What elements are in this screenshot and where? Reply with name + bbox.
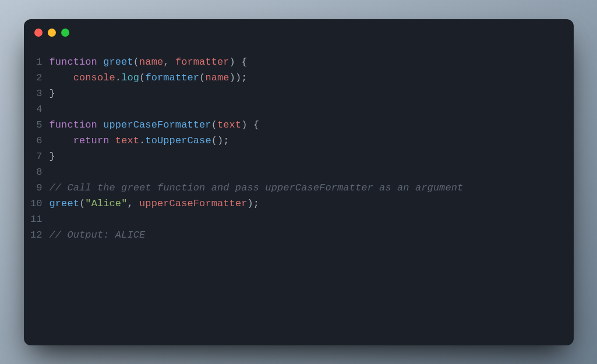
line-number: 9 [30,180,50,196]
code-content: // Output: ALICE [50,227,146,243]
token: formatter [175,54,229,70]
code-line: 4 [30,101,560,117]
token: upperCaseFormatter [103,117,211,133]
token: console [73,70,115,86]
token: (); [211,133,229,149]
code-line: 5function upperCaseFormatter(text) { [30,117,560,133]
code-content: console.log(formatter(name)); [50,70,248,86]
token: toUpperCase [145,133,211,149]
code-line: 1function greet(name, formatter) { [30,54,560,70]
code-line: 2 console.log(formatter(name)); [30,70,560,86]
code-line: 7} [30,149,560,164]
token: } [50,86,55,101]
line-number: 4 [30,101,50,117]
code-line: 8 [30,164,560,180]
token [50,70,73,86]
token: } [50,149,55,164]
token: ( [79,196,85,211]
token: . [139,133,145,149]
token: name [205,70,229,86]
code-line: 6 return text.toUpperCase(); [30,133,560,149]
zoom-icon[interactable] [61,29,69,37]
line-number: 5 [30,117,50,133]
token: formatter [145,70,199,86]
close-icon[interactable] [34,29,43,37]
line-number: 6 [30,133,50,149]
token: text [217,117,241,133]
token: function [50,117,104,133]
token: log [121,70,139,86]
line-number: 2 [30,70,50,86]
token: ( [133,54,139,70]
code-window: 1function greet(name, formatter) {2 cons… [24,19,574,345]
code-content: } [50,86,55,101]
token: return [73,133,115,149]
token: function [50,54,104,70]
line-number: 11 [30,211,50,227]
token: name [139,54,163,70]
token: ( [211,117,217,133]
code-line: 10greet("Alice", upperCaseFormatter); [30,196,560,211]
minimize-icon[interactable] [48,29,56,37]
code-line: 12// Output: ALICE [30,227,560,243]
code-content: greet("Alice", upperCaseFormatter); [50,196,260,211]
token: , [163,54,175,70]
line-number: 10 [30,196,50,211]
token: greet [50,196,80,211]
token: ) { [241,117,259,133]
token: . [115,70,121,86]
token: , [127,196,139,211]
token: "Alice" [85,196,127,211]
token: // Output: ALICE [50,227,146,243]
token: ); [248,196,260,211]
token: )); [229,70,248,86]
line-number: 3 [30,86,50,101]
code-content: function upperCaseFormatter(text) { [50,117,260,133]
code-content: // Call the greet function and pass uppe… [50,180,464,196]
line-number: 8 [30,164,50,180]
code-content: } [50,149,55,164]
line-number: 1 [30,54,50,70]
token: upperCaseFormatter [139,196,247,211]
line-number: 12 [30,227,50,243]
code-line: 9// Call the greet function and pass upp… [30,180,560,196]
window-titlebar [24,19,574,46]
code-line: 11 [30,211,560,227]
code-content: return text.toUpperCase(); [50,133,229,149]
code-line: 3} [30,86,560,101]
token: ( [199,70,205,86]
token: greet [103,54,133,70]
code-editor[interactable]: 1function greet(name, formatter) {2 cons… [24,46,574,243]
token: // Call the greet function and pass uppe… [50,180,464,196]
line-number: 7 [30,149,50,164]
token: ) { [229,54,248,70]
token: text [115,133,139,149]
code-content: function greet(name, formatter) { [50,54,248,70]
token: ( [139,70,145,86]
token [50,133,73,149]
